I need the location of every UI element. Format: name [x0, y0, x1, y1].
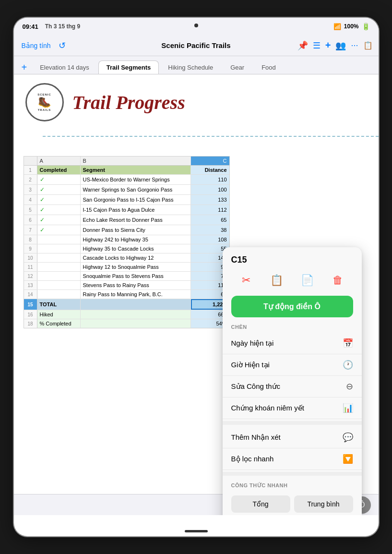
row-num-14: 14: [24, 290, 37, 299]
cell-b1[interactable]: Segment: [81, 166, 191, 174]
cell-b8[interactable]: Highway 242 to Highway 35: [81, 235, 191, 244]
table-row: 1 Completed Segment Distance: [24, 166, 229, 175]
delete-button[interactable]: 🗑: [328, 271, 347, 290]
formula-sum-button[interactable]: Tổng: [231, 495, 290, 513]
paste-button[interactable]: 📄: [297, 271, 317, 290]
cell-b2[interactable]: US-Mexico Border to Warner Springs: [81, 175, 191, 184]
tab-food[interactable]: Food: [253, 60, 284, 74]
menu-item-label: Ngày hiện tại: [231, 339, 274, 348]
row-num-15: 15: [24, 299, 37, 310]
cell-b4[interactable]: San Gorgonio Pass to I-15 Cajon Pass: [81, 195, 191, 205]
menu-item-label: Thêm Nhận xét: [231, 433, 281, 442]
formula-average-button[interactable]: Trung bình: [294, 495, 353, 513]
cell-b10[interactable]: Cascade Locks to Highway 12: [81, 253, 191, 262]
cell-a8[interactable]: [37, 235, 81, 244]
cell-a4[interactable]: ✓: [37, 195, 81, 205]
cell-a18[interactable]: % Completed: [37, 319, 81, 328]
cell-c5[interactable]: 112: [191, 205, 229, 215]
cell-a13[interactable]: [37, 281, 81, 289]
format-icon[interactable]: ☰: [313, 40, 321, 51]
row-num-16: 16: [24, 310, 37, 319]
table-row-pct: 18 % Completed 54%: [24, 319, 229, 328]
menu-item-label: Bộ lọc nhanh: [231, 455, 274, 463]
tab-elevation[interactable]: Elevation 14 days: [32, 60, 97, 74]
cell-b6[interactable]: Echo Lake Resort to Donner Pass: [81, 215, 191, 225]
cell-c4[interactable]: 133: [191, 195, 229, 205]
row-num-7: 7: [24, 225, 37, 235]
cut-button[interactable]: ✂: [237, 271, 256, 290]
collaborate-icon[interactable]: 👥: [335, 40, 346, 51]
col-header-b[interactable]: B: [81, 157, 191, 165]
cell-c6[interactable]: 65: [191, 215, 229, 225]
menu-item-label: Sửa Công thức: [231, 382, 281, 391]
toolbar-right: 📌 ☰ + 👥 ··· 📋: [258, 40, 373, 51]
cell-a1[interactable]: Completed: [37, 166, 81, 174]
col-header-a[interactable]: A: [37, 157, 81, 165]
table-row: 2 ✓ US-Mexico Border to Warner Springs 1…: [24, 175, 229, 185]
cell-b14[interactable]: Rainy Pass to Manning Park, B.C.: [81, 290, 191, 299]
menu-item-stocks[interactable]: Chứng khoán niêm yết 📊: [223, 397, 362, 419]
cell-a15[interactable]: TOTAL: [37, 299, 81, 310]
history-icon[interactable]: ↺: [57, 39, 68, 52]
cell-a6[interactable]: ✓: [37, 215, 81, 225]
cell-a2[interactable]: ✓: [37, 175, 81, 184]
row-num-3: 3: [24, 185, 37, 194]
menu-item-add-comment[interactable]: Thêm Nhận xét 💬: [223, 427, 362, 448]
cell-a10[interactable]: [37, 253, 81, 262]
cell-b11[interactable]: Highway 12 to Snoqualmie Pass: [81, 263, 191, 271]
auto-fill-button[interactable]: Tự động điền Ô: [231, 296, 353, 317]
copy-button[interactable]: 📋: [267, 271, 286, 290]
home-indicator[interactable]: [185, 530, 208, 532]
table-row: 12 Snoqualmie Pass to Stevens Pass 74: [24, 272, 229, 281]
sheet-title: Trail Progress: [72, 91, 185, 114]
cell-b16[interactable]: [81, 310, 191, 319]
cell-a7[interactable]: ✓: [37, 225, 81, 235]
share-icon[interactable]: 📋: [363, 41, 373, 50]
comment-icon: 💬: [343, 432, 353, 443]
cell-b12[interactable]: Snoqualmie Pass to Stevens Pass: [81, 272, 191, 280]
tab-gear[interactable]: Gear: [222, 60, 252, 74]
cell-a5[interactable]: ✓: [37, 205, 81, 215]
cell-reference: C15: [223, 255, 362, 271]
tab-trail-segments[interactable]: Trail Segments: [98, 60, 159, 74]
cell-b3[interactable]: Warner Springs to San Gorgonio Pass: [81, 185, 191, 194]
cell-c2[interactable]: 110: [191, 175, 229, 184]
stocks-icon: 📊: [343, 403, 353, 413]
row-num-5: 5: [24, 205, 37, 215]
cell-b9[interactable]: Highway 35 to Cascade Locks: [81, 244, 191, 253]
menu-item-current-date[interactable]: Ngày hiện tại 📅: [223, 333, 362, 354]
cell-a14[interactable]: [37, 290, 81, 299]
menu-item-current-time[interactable]: Giờ Hiện tại 🕐: [223, 354, 362, 376]
menu-item-quick-filter[interactable]: Bộ lọc nhanh 🔽: [223, 448, 362, 470]
cell-c3[interactable]: 100: [191, 185, 229, 194]
back-button[interactable]: Bảng tính: [20, 41, 53, 50]
row-num-10: 10: [24, 253, 37, 262]
add-sheet-icon[interactable]: +: [325, 40, 331, 51]
menu-divider-2: [223, 472, 362, 476]
menu-item-edit-formula[interactable]: Sửa Công thức ⊖: [223, 376, 362, 397]
cell-b5[interactable]: I-15 Cajon Pass to Agua Dulce: [81, 205, 191, 215]
col-header-c[interactable]: C: [191, 157, 229, 165]
more-icon[interactable]: ···: [351, 40, 358, 50]
row-num-8: 8: [24, 235, 37, 244]
add-tab-button[interactable]: +: [18, 60, 31, 74]
table-row: 9 Highway 35 to Cascade Locks 55: [24, 244, 229, 253]
dotted-divider: [43, 136, 379, 137]
tab-hiking-schedule[interactable]: Hiking Schedule: [160, 60, 221, 74]
cell-c7[interactable]: 38: [191, 225, 229, 235]
cell-b13[interactable]: Stevens Pass to Rainy Pass: [81, 281, 191, 289]
pin-icon[interactable]: 📌: [297, 40, 308, 51]
cell-a12[interactable]: [37, 272, 81, 280]
cell-a16[interactable]: Hiked: [37, 310, 81, 319]
cell-b18[interactable]: [81, 319, 191, 328]
cell-a11[interactable]: [37, 263, 81, 271]
cell-b7[interactable]: Donner Pass to Sierra City: [81, 225, 191, 235]
cell-c1[interactable]: Distance: [191, 166, 229, 174]
cell-a3[interactable]: ✓: [37, 185, 81, 194]
cell-b15[interactable]: [81, 299, 191, 310]
cell-c8[interactable]: 108: [191, 235, 229, 244]
cell-a9[interactable]: [37, 244, 81, 253]
table-row-hiked: 16 Hiked 666: [24, 310, 229, 319]
table-row: 10 Cascade Locks to Highway 12 148: [24, 253, 229, 263]
table-row: 4 ✓ San Gorgonio Pass to I-15 Cajon Pass…: [24, 195, 229, 205]
